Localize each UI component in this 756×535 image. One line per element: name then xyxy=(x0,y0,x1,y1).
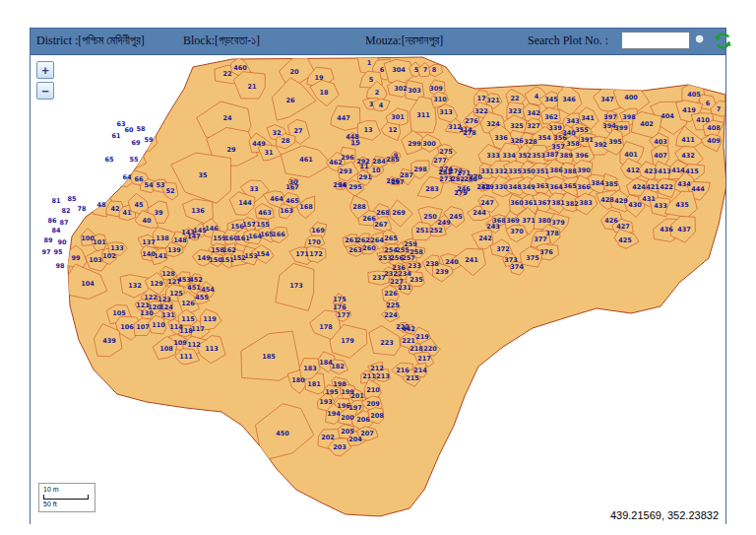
plot-number-label: 369 xyxy=(506,217,520,225)
zoom-in-button[interactable]: + xyxy=(36,61,54,79)
plot-number-label: 378 xyxy=(545,230,559,237)
plot-number-label: 267 xyxy=(374,221,388,229)
plot-number-label: 35 xyxy=(198,171,208,179)
plot-number-label: 237 xyxy=(372,274,386,282)
plot-number-label: 29 xyxy=(226,146,236,154)
plot-number-label: 367 xyxy=(537,199,551,207)
plot-number-label: 66 xyxy=(134,175,144,183)
plot-number-label: 244 xyxy=(472,209,486,217)
plot-number-label: 349 xyxy=(522,183,536,191)
plot-number-label: 412 xyxy=(626,167,640,174)
plot-number-label: 401 xyxy=(624,151,638,159)
plot-number-label: 439 xyxy=(102,337,116,345)
plot-number-label: 155 xyxy=(256,221,270,229)
plot-number-label: 293 xyxy=(339,167,352,175)
search-plot-input[interactable] xyxy=(621,32,690,49)
plot-number-label: 444 xyxy=(691,185,705,193)
plot-number-label: 245 xyxy=(449,213,463,221)
plot-number-label: 10 xyxy=(371,167,381,174)
plot-number-label: 208 xyxy=(370,412,384,420)
plot-number-label: 422 xyxy=(660,183,673,191)
plot-number-label: 328 xyxy=(524,138,537,146)
plot-number-label: 89 xyxy=(43,236,53,244)
plot-number-label: 275 xyxy=(439,148,453,156)
plot-number-label: 20 xyxy=(289,68,299,76)
plot-number-label: 386 xyxy=(549,167,563,174)
plot-number-label: 343 xyxy=(566,117,580,125)
plot-number-label: 7 xyxy=(717,105,722,113)
plot-number-label: 182 xyxy=(331,363,345,370)
block-label: Block:[গড়বেতা-১] xyxy=(183,33,260,48)
plot-number-label: 334 xyxy=(502,152,516,160)
plot-number-label: 391 xyxy=(580,136,594,144)
plot-number-label: 461 xyxy=(299,156,313,164)
plot-number-label: 390 xyxy=(577,167,591,174)
plot-number-label: 6 xyxy=(706,100,711,107)
plot-number-label: 39 xyxy=(154,209,163,217)
plot-number-label: 216 xyxy=(396,367,410,374)
search-icon[interactable] xyxy=(692,32,712,51)
plot-number-label: 428 xyxy=(600,196,614,204)
plot-number-label: 356 xyxy=(553,134,567,142)
plot-number-label: 224 xyxy=(384,311,398,319)
plot-number-label: 18 xyxy=(319,89,329,97)
plot-number-label: 206 xyxy=(356,416,370,424)
plot-number-label: 101 xyxy=(93,238,106,246)
zoom-out-button[interactable]: − xyxy=(36,82,54,100)
plot-number-label: 346 xyxy=(562,96,576,103)
plot-number-label: 381 xyxy=(551,199,565,207)
plot-number-label: 104 xyxy=(81,280,94,288)
plot-number-label: 167 xyxy=(285,183,299,191)
plot-number-label: 54 xyxy=(144,181,154,189)
plot-number-label: 403 xyxy=(654,138,667,146)
plot-number-label: 360 xyxy=(510,199,524,207)
plot-number-label: 26 xyxy=(285,97,295,104)
plot-number-label: 238 xyxy=(425,260,439,268)
plot-number-label: 113 xyxy=(205,345,219,353)
plot-number-label: 103 xyxy=(89,256,102,264)
plot-number-label: 402 xyxy=(640,120,654,128)
plot-number-label: 358 xyxy=(566,140,580,148)
plot-number-label: 321 xyxy=(486,97,500,104)
plot-number-label: 52 xyxy=(165,187,174,195)
refresh-icon[interactable] xyxy=(714,32,733,51)
plot-number-label: 304 xyxy=(392,66,406,74)
scale-line xyxy=(43,495,89,500)
plot-number-label: 287 xyxy=(400,171,413,179)
cadastral-map[interactable]: 2246020192126182432274474481513122944931… xyxy=(31,55,725,524)
plot-number-label: 133 xyxy=(110,244,124,252)
plot-number-label: 32 xyxy=(272,129,281,137)
plot-number-label: 126 xyxy=(181,300,195,307)
plot-number-label: 347 xyxy=(600,96,614,103)
plot-number-label: 21 xyxy=(247,83,257,91)
plot-number-label: 95 xyxy=(53,248,63,256)
plot-number-label: 374 xyxy=(510,263,524,271)
plot-number-label: 247 xyxy=(480,199,494,207)
district-label: District :[পশ্চিম মেদিনীপুর] xyxy=(36,33,145,48)
plot-number-label: 268 xyxy=(376,209,390,217)
plot-number-label: 180 xyxy=(291,376,305,384)
plot-number-label: 130 xyxy=(140,309,154,317)
plot-number-label: 225 xyxy=(386,301,400,309)
plot-number-label: 217 xyxy=(417,355,431,363)
plot-number-label: 355 xyxy=(575,126,589,134)
plot-number-label: 380 xyxy=(537,217,551,225)
plot-number-label: 409 xyxy=(707,137,721,145)
app-window: District :[পশ্চিম মেদিনীপুর] Block:[গড়ব… xyxy=(30,28,726,524)
plot-number-label: 397 xyxy=(603,113,617,121)
plot-number-label: 258 xyxy=(410,248,423,256)
plot-number-label: 433 xyxy=(654,202,667,210)
plot-number-label: 85 xyxy=(67,195,77,203)
map-area[interactable]: 2246020192126182432274474481513122944931… xyxy=(31,55,725,524)
plot-number-label: 379 xyxy=(551,219,565,227)
plot-number-label: 137 xyxy=(142,238,156,246)
plot-number-label: 231 xyxy=(398,284,411,292)
plot-number-label: 109 xyxy=(173,339,187,347)
plot-number-label: 144 xyxy=(238,199,252,207)
plot-number-label: 131 xyxy=(161,311,175,319)
plot-number-label: 432 xyxy=(681,152,695,160)
plot-number-label: 463 xyxy=(258,209,272,217)
plot-number-label: 78 xyxy=(77,205,87,213)
plot-number-label: 6 xyxy=(380,66,385,74)
plot-number-label: 218 xyxy=(410,345,423,353)
